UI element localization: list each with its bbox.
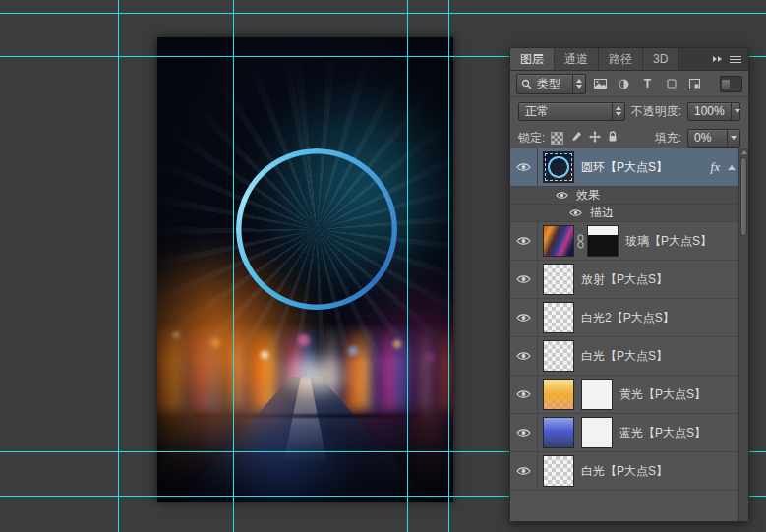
layer-name: 白光【P大点S】 [581,348,668,365]
lock-row: 锁定: 填充: 0% [510,125,748,151]
effect-row[interactable]: 描边 [510,205,738,222]
layer-row[interactable]: 黄光【P大点S】 [510,376,738,414]
chevron-updown-icon [612,103,624,120]
layer-filter-toggle[interactable] [720,76,742,92]
layer-thumbnail[interactable] [543,225,574,257]
scrollbar[interactable] [738,148,748,521]
layer-mask-thumbnail[interactable] [587,225,619,257]
blend-row: 正常 不透明度: 100% [510,97,748,125]
collapse-effects-icon[interactable] [728,165,736,170]
eye-icon[interactable] [510,414,538,451]
filter-shape-layers-icon[interactable] [662,75,680,92]
tab-3d[interactable]: 3D [643,48,678,70]
document-canvas[interactable] [157,37,453,502]
chevron-down-icon [731,103,743,120]
guide-vertical[interactable] [118,0,119,532]
layer-row[interactable]: 白光【P大点S】 [510,452,738,491]
effect-row[interactable]: 效果 [510,187,738,205]
filter-type-layers-icon[interactable]: T [638,75,657,92]
layer-name: 玻璃【P大点S】 [625,233,712,250]
poster-artwork [157,37,453,502]
layer-row[interactable]: 圆环【P大点S】fx [510,148,738,187]
tab-channels[interactable]: 通道 [555,48,599,70]
layer-name: 放射【P大点S】 [581,271,668,288]
guide-vertical[interactable] [448,0,449,532]
eye-icon[interactable] [510,222,538,260]
layer-name: 黄光【P大点S】 [619,386,706,403]
eye-icon[interactable] [510,452,538,490]
panel-tab-bar: 图层 通道 路径 3D [510,48,748,71]
lock-all-icon[interactable] [608,131,618,146]
eye-icon[interactable] [510,337,538,375]
layers-panel: 图层 通道 路径 3D 类型 T [509,47,749,522]
chevron-down-icon [727,130,739,147]
link-icon[interactable] [576,234,585,249]
effect-name: 效果 [576,187,600,204]
layer-name: 蓝光【P大点S】 [619,425,706,442]
filter-kind-select[interactable]: 类型 [516,74,586,94]
guide-vertical[interactable] [407,0,408,532]
guide-vertical[interactable] [233,0,234,532]
lock-label: 锁定: [518,130,545,147]
layer-thumbnail[interactable] [543,379,574,410]
layer-thumbnail[interactable] [543,455,574,487]
filter-adjustment-layers-icon[interactable] [615,75,633,92]
layer-thumbnail[interactable] [543,151,574,183]
photoshop-workspace: 图层 通道 路径 3D 类型 T [0,0,766,532]
filter-smart-objects-icon[interactable] [685,75,704,92]
lock-pixels-icon[interactable] [570,131,582,146]
collapse-panel-icon[interactable] [713,56,722,62]
layer-row[interactable]: 白光【P大点S】 [510,337,738,376]
opacity-label: 不透明度: [631,103,681,120]
fx-badge[interactable]: fx [711,159,738,175]
layer-mask-thumbnail[interactable] [581,379,613,410]
tab-layers[interactable]: 图层 [510,48,555,70]
layer-thumbnail[interactable] [543,264,574,295]
layer-row[interactable]: 蓝光【P大点S】 [510,414,738,452]
scroll-up-icon[interactable] [741,150,747,154]
eye-icon[interactable] [510,376,538,413]
effect-name: 描边 [590,205,614,221]
filter-kind-value: 类型 [535,76,572,92]
chevron-updown-icon [572,75,585,93]
filter-pixel-layers-icon[interactable] [591,75,610,92]
vignette [157,37,453,502]
opacity-select[interactable]: 100% [687,102,740,121]
fill-select[interactable]: 0% [687,129,740,148]
blend-mode-value: 正常 [519,103,555,120]
layer-thumbnail[interactable] [543,302,574,333]
guide-horizontal[interactable] [0,13,766,14]
layer-name: 圆环【P大点S】 [581,159,668,176]
fx-label: fx [711,159,720,175]
layer-row[interactable]: 玻璃【P大点S】 [510,222,738,261]
layer-name: 白光2【P大点S】 [581,310,675,326]
layers-list: 圆环【P大点S】fx效果描边玻璃【P大点S】放射【P大点S】白光2【P大点S】白… [510,148,738,521]
layer-row[interactable]: 白光2【P大点S】 [510,299,738,337]
fill-value: 0% [688,131,717,145]
search-icon [517,79,535,89]
layer-thumbnail[interactable] [543,340,574,372]
layer-row[interactable]: 放射【P大点S】 [510,261,738,299]
layer-filter-row: 类型 T [510,71,748,97]
blend-mode-select[interactable]: 正常 [518,102,625,121]
eye-icon[interactable] [556,191,568,200]
eye-icon[interactable] [569,208,582,217]
lock-position-icon[interactable] [589,131,601,146]
layer-name: 白光【P大点S】 [581,463,668,480]
scrollbar-thumb[interactable] [740,157,747,236]
tab-paths[interactable]: 路径 [599,48,643,70]
eye-icon[interactable] [510,148,538,186]
fill-label: 填充: [655,130,681,147]
lock-transparency-icon[interactable] [551,132,563,145]
opacity-value: 100% [688,104,731,118]
eye-icon[interactable] [510,299,538,336]
panel-menu-icon[interactable] [730,56,741,63]
layer-mask-thumbnail[interactable] [581,417,613,448]
eye-icon[interactable] [510,261,538,298]
layer-thumbnail[interactable] [543,417,574,448]
